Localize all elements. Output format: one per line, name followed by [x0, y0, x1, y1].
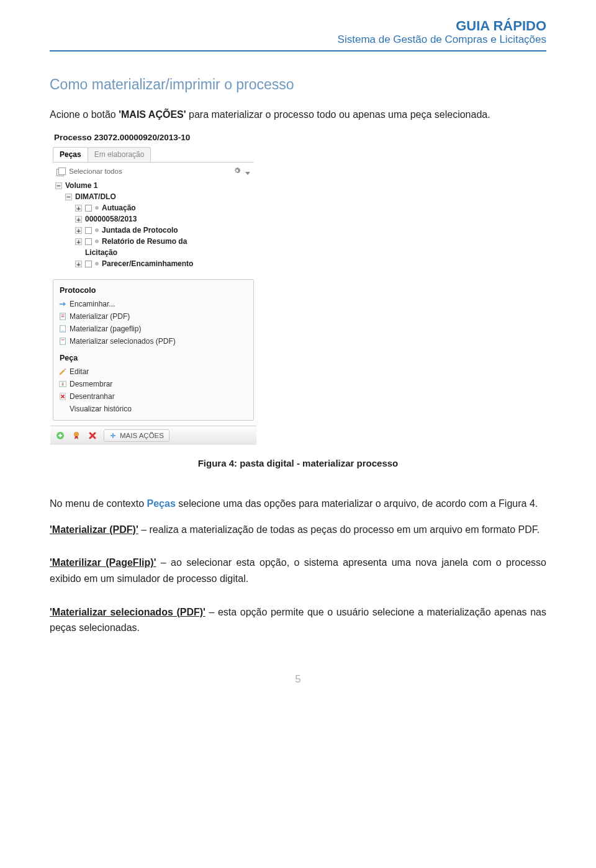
status-dot-icon — [95, 206, 99, 210]
ctx-mat-sel-label: Materializar selecionados (PDF) — [70, 337, 176, 346]
select-all-icon — [56, 168, 65, 175]
ctx-mat-pageflip[interactable]: Materializar (pageflip) — [53, 323, 253, 335]
ctx-mat-pdf-label: Materializar (PDF) — [70, 312, 130, 321]
def1-rest: – realiza a materialização de todas as p… — [138, 524, 540, 535]
header-title: GUIA RÁPIDO — [50, 19, 546, 34]
ctx-desentranhar[interactable]: Desentranhar — [53, 390, 253, 403]
toolbar-row: Selecionar todos — [50, 163, 256, 179]
page-number: 5 — [50, 673, 546, 686]
select-all-label[interactable]: Selecionar todos — [69, 168, 122, 175]
delete-icon[interactable] — [88, 431, 97, 441]
document-page: GUIA RÁPIDO Sistema de Gestão de Compras… — [0, 0, 596, 710]
mais-acoes-label: MAIS AÇÕES — [120, 432, 164, 439]
tree-parecer-label: Parecer/Encaminhamento — [102, 259, 193, 268]
context-menu: Protocolo Encaminhar... Materializar (PD… — [53, 279, 254, 421]
ctx-peca-head: Peça — [53, 351, 253, 365]
status-dot-icon — [95, 262, 99, 266]
ctx-desmembrar-label: Desmembrar — [70, 380, 112, 388]
tree-dimat[interactable]: DIMAT/DLO — [55, 191, 253, 202]
svg-rect-1 — [61, 315, 64, 316]
header-subtitle: Sistema de Gestão de Compras e Licitaçõe… — [50, 34, 546, 46]
expand-icon[interactable] — [75, 216, 82, 223]
intro-bold: 'MAIS AÇÕES' — [119, 109, 186, 120]
tree-volume-label: Volume 1 — [65, 181, 97, 190]
figure-caption: Figura 4: pasta digital - materializar p… — [50, 458, 546, 468]
def-materializar-pageflip: 'Materilizar (PageFlip)' – ao selecionar… — [50, 555, 546, 586]
expand-icon[interactable] — [75, 227, 82, 234]
ctx-desentranhar-label: Desentranhar — [70, 392, 115, 401]
expand-icon[interactable] — [75, 205, 82, 212]
tree-licitacao: Licitação — [55, 247, 253, 258]
para2-pre: No menu de contexto — [50, 498, 147, 509]
def3-term: 'Materializar selecionados (PDF)' — [50, 607, 205, 617]
ctx-desmembrar[interactable]: Desmembrar — [53, 378, 253, 390]
para-menu-contexto: No menu de contexto Peças selecione uma … — [50, 496, 546, 512]
ctx-protocolo-head: Protocolo — [53, 284, 253, 298]
tree-relatorio-label: Relatório de Resumo da — [102, 237, 187, 246]
def2-term: 'Materilizar (PageFlip)' — [50, 557, 156, 568]
pageflip-icon — [58, 324, 67, 333]
collapse-icon[interactable] — [65, 194, 72, 200]
mais-acoes-button[interactable]: MAIS AÇÕES — [104, 429, 169, 442]
intro-post: para materializar o processo todo ou ape… — [186, 109, 490, 120]
history-icon — [58, 405, 67, 413]
pdf-sel-icon — [58, 337, 67, 346]
checkbox[interactable] — [85, 238, 92, 245]
gear-icon — [233, 166, 242, 175]
tree-dimat-label: DIMAT/DLO — [75, 192, 116, 201]
def1-term: 'Materializar (PDF)' — [50, 524, 138, 535]
ctx-mat-pageflip-label: Materializar (pageflip) — [70, 324, 141, 333]
ui-screenshot: Processo 23072.00000920/2013-10 Peças Em… — [50, 128, 257, 445]
figure-4: Processo 23072.00000920/2013-10 Peças Em… — [50, 128, 546, 445]
ctx-visualizar-label: Visualizar histórico — [70, 405, 132, 413]
def-materializar-pdf: 'Materializar (PDF)' – realiza a materia… — [50, 522, 546, 538]
ctx-visualizar[interactable]: Visualizar histórico — [53, 403, 253, 415]
tree-volume[interactable]: Volume 1 — [55, 180, 253, 191]
ctx-mat-pdf[interactable]: Materializar (PDF) — [53, 310, 253, 323]
ctx-mat-sel[interactable]: Materializar selecionados (PDF) — [53, 335, 253, 347]
svg-rect-7 — [63, 382, 66, 387]
intro-pre: Acione o botão — [50, 109, 119, 120]
tab-strip: Peças Em elaboração — [53, 147, 254, 163]
window-title: Processo 23072.00000920/2013-10 — [50, 129, 256, 147]
para2-pecas: Peças — [147, 498, 176, 509]
expand-icon[interactable] — [75, 238, 82, 245]
para2-post: selecione uma das opções para materializ… — [176, 498, 538, 509]
status-dot-icon — [95, 239, 99, 243]
bottom-toolbar: MAIS AÇÕES — [50, 426, 256, 445]
gear-menu[interactable] — [233, 166, 250, 176]
svg-rect-6 — [60, 382, 62, 387]
pdf-icon — [58, 312, 67, 321]
collapse-icon[interactable] — [55, 182, 62, 189]
intro-paragraph: Acione o botão 'MAIS AÇÕES' para materia… — [50, 107, 546, 123]
ctx-editar[interactable]: Editar — [53, 365, 253, 378]
tree-juntada[interactable]: Juntada de Protocolo — [55, 225, 253, 236]
tab-em-elaboracao[interactable]: Em elaboração — [88, 147, 151, 162]
checkbox[interactable] — [85, 261, 92, 267]
add-icon[interactable] — [55, 431, 65, 441]
expand-icon[interactable] — [75, 261, 82, 267]
tree-numero[interactable]: 00000058/2013 — [55, 213, 253, 225]
tree-relatorio[interactable]: Relatório de Resumo da — [55, 236, 253, 247]
ctx-encaminhar[interactable]: Encaminhar... — [53, 298, 253, 310]
ctx-editar-label: Editar — [70, 367, 89, 376]
document-header: GUIA RÁPIDO Sistema de Gestão de Compras… — [50, 19, 546, 47]
tree-autuacao-label: Autuação — [102, 204, 136, 212]
svg-rect-4 — [60, 338, 66, 345]
award-icon[interactable] — [71, 431, 81, 441]
tab-pecas[interactable]: Peças — [53, 147, 88, 162]
extract-icon — [58, 392, 67, 401]
status-dot-icon — [95, 228, 99, 232]
checkbox[interactable] — [85, 227, 92, 234]
split-icon — [58, 380, 67, 388]
svg-point-10 — [74, 432, 79, 437]
tree-parecer[interactable]: Parecer/Encaminhamento — [55, 258, 253, 269]
forward-icon — [58, 300, 67, 308]
chevron-down-icon — [245, 172, 250, 175]
edit-icon — [58, 367, 67, 376]
tree-view: Volume 1 DIMAT/DLO Autuação 00000058/201… — [50, 179, 256, 275]
checkbox[interactable] — [85, 205, 92, 212]
header-rule — [50, 50, 546, 51]
tree-autuacao[interactable]: Autuação — [55, 202, 253, 213]
def-materializar-sel: 'Materializar selecionados (PDF)' – esta… — [50, 604, 546, 636]
